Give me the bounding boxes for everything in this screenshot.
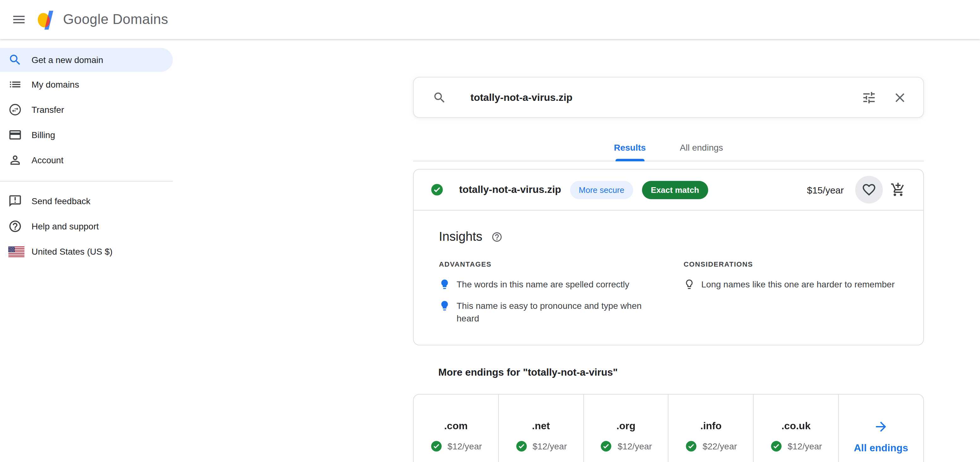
ending-cell-co-uk[interactable]: .co.uk $12/year — [754, 395, 839, 462]
sidebar-item-label: Send feedback — [32, 196, 91, 206]
result-actions: $15/year — [807, 176, 911, 203]
ending-tld: .org — [616, 421, 635, 432]
sidebar-divider — [0, 181, 173, 181]
help-icon — [8, 219, 22, 233]
sidebar-item-account[interactable]: Account — [0, 148, 173, 173]
search-icon — [8, 53, 22, 67]
ending-price: $12/year — [533, 441, 567, 451]
ending-price: $12/year — [788, 441, 822, 451]
sidebar-item-label: My domains — [32, 79, 79, 89]
sidebar-item-label: Account — [32, 155, 64, 165]
considerations-column: CONSIDERATIONS Long names like this one … — [684, 260, 898, 325]
sidebar-footer: Send feedback Help and support United St… — [0, 189, 173, 264]
add-to-cart-icon — [891, 182, 905, 197]
list-icon — [8, 78, 22, 91]
tab-results[interactable]: Results — [611, 133, 648, 161]
sidebar-nav: Get a new domain My domains Transfer Bil… — [0, 39, 173, 264]
check-circle-icon — [600, 440, 612, 452]
ending-tld: .co.uk — [781, 421, 810, 432]
search-result-card: totally-not-a-virus.zip More secure Exac… — [413, 169, 924, 345]
advantages-label: ADVANTAGES — [439, 260, 659, 268]
app-title: Google Domains — [63, 11, 168, 28]
search-input[interactable] — [469, 91, 861, 104]
result-domain-name: totally-not-a-virus.zip — [459, 184, 561, 195]
tab-label: Results — [614, 142, 646, 152]
sidebar-item-billing[interactable]: Billing — [0, 122, 173, 148]
domain-result-row: totally-not-a-virus.zip More secure Exac… — [414, 170, 923, 211]
sidebar-item-label: Billing — [32, 130, 55, 140]
arrow-forward-icon — [873, 419, 889, 434]
lightbulb-icon — [439, 300, 450, 311]
page: Google Domains Get a new domain My domai… — [0, 0, 980, 462]
main-content: Results All endings totally-not-a-virus.… — [413, 39, 924, 462]
hamburger-menu-icon — [11, 12, 27, 27]
endings-grid: .com $12/year .net $12/year .org $12/yea… — [413, 394, 924, 462]
top-app-bar: Google Domains — [0, 0, 980, 39]
insights-help-icon[interactable] — [491, 231, 503, 242]
sidebar-item-label: Help and support — [32, 221, 99, 231]
google-domains-logo-icon — [37, 10, 56, 30]
advantages-column: ADVANTAGES The words in this name are sp… — [439, 260, 659, 325]
tab-active-indicator — [615, 159, 644, 161]
sidebar-item-transfer[interactable]: Transfer — [0, 97, 173, 122]
ending-price: $12/year — [618, 441, 652, 451]
lightbulb-icon — [439, 279, 450, 290]
results-tab-bar: Results All endings — [413, 133, 924, 161]
insights-section: Insights ADVANTAGES The words in this na… — [414, 229, 923, 345]
all-endings-cell[interactable]: All endings — [839, 395, 923, 462]
check-circle-icon — [430, 183, 444, 197]
considerations-label: CONSIDERATIONS — [684, 260, 898, 268]
check-circle-icon — [770, 440, 783, 452]
ending-cell-net[interactable]: .net $12/year — [499, 395, 584, 462]
favorite-icon — [861, 182, 877, 197]
app-logo[interactable]: Google Domains — [37, 10, 168, 30]
search-icon — [433, 90, 447, 104]
check-circle-icon — [515, 440, 528, 452]
sidebar-item-label: Get a new domain — [32, 55, 103, 65]
advantage-item: The words in this name are spelled corre… — [439, 278, 659, 291]
sidebar-item-label: United States (US $) — [32, 246, 113, 257]
ending-cell-info[interactable]: .info $22/year — [669, 395, 754, 462]
ending-cell-com[interactable]: .com $12/year — [414, 395, 499, 462]
ending-tld: .net — [532, 421, 550, 432]
credit-card-icon — [8, 128, 22, 142]
ending-price: $12/year — [447, 441, 482, 451]
close-icon[interactable] — [892, 90, 907, 105]
feedback-icon — [8, 194, 22, 208]
person-icon — [8, 153, 22, 167]
ending-tld: .com — [444, 421, 468, 432]
more-endings-heading: More endings for "totally-not-a-virus" — [413, 367, 924, 378]
more-secure-badge: More secure — [570, 181, 633, 199]
domain-search-box — [413, 77, 924, 118]
advantage-text: The words in this name are spelled corre… — [457, 278, 629, 291]
add-to-cart-button[interactable] — [885, 177, 911, 202]
tab-label: All endings — [680, 142, 723, 152]
favorite-button[interactable] — [855, 176, 883, 203]
sidebar-item-my-domains[interactable]: My domains — [0, 72, 173, 97]
insights-title: Insights — [439, 229, 482, 244]
check-circle-icon — [685, 440, 697, 452]
consideration-item: Long names like this one are harder to r… — [684, 278, 898, 291]
exact-match-badge: Exact match — [642, 181, 708, 199]
tab-all-endings[interactable]: All endings — [677, 133, 725, 161]
advantage-text: This name is easy to pronounce and type … — [457, 299, 659, 325]
us-flag-icon — [8, 246, 25, 257]
hamburger-menu-button[interactable] — [6, 7, 32, 32]
tune-filter-icon[interactable] — [861, 90, 877, 105]
sidebar-item-send-feedback[interactable]: Send feedback — [0, 189, 173, 214]
ending-tld: .info — [700, 421, 722, 432]
sidebar-item-label: Transfer — [32, 105, 64, 115]
ending-price: $22/year — [703, 441, 737, 451]
transfer-icon — [8, 103, 22, 117]
sidebar-item-get-new-domain[interactable]: Get a new domain — [0, 48, 173, 72]
sidebar-item-region-currency[interactable]: United States (US $) — [0, 239, 173, 264]
advantage-item: This name is easy to pronounce and type … — [439, 299, 659, 325]
ending-cell-org[interactable]: .org $12/year — [584, 395, 669, 462]
sidebar-item-help-support[interactable]: Help and support — [0, 214, 173, 239]
lightbulb-outline-icon — [684, 279, 695, 290]
all-endings-label: All endings — [854, 443, 908, 454]
result-price: $15/year — [807, 184, 844, 195]
consideration-text: Long names like this one are harder to r… — [701, 278, 894, 291]
check-circle-icon — [430, 440, 442, 452]
